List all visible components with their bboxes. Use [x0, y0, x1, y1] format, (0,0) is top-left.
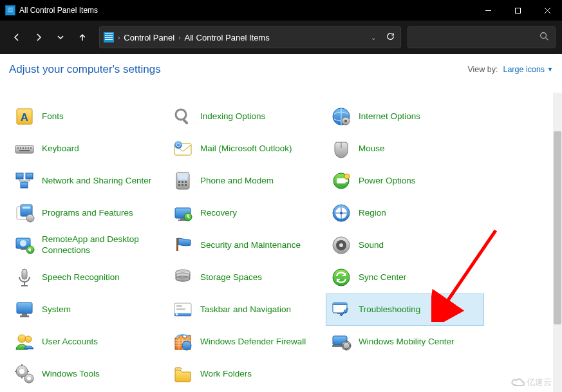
maximize-button[interactable]: [503, 0, 532, 21]
svg-line-5: [546, 38, 548, 41]
defender-icon: [172, 331, 194, 353]
cpl-item-sound[interactable]: Sound: [326, 229, 484, 261]
back-button[interactable]: [6, 27, 27, 48]
cpl-item-label: Internet Options: [359, 111, 420, 122]
view-by: View by: Large icons ▼: [467, 65, 553, 74]
content-area: Adjust your computer's settings View by:…: [0, 54, 562, 392]
svg-rect-26: [21, 182, 28, 188]
programs-icon: [14, 202, 35, 224]
svg-point-49: [340, 212, 342, 214]
breadcrumb-part2[interactable]: All Control Panel Items: [184, 33, 269, 42]
svg-point-8: [176, 109, 186, 120]
svg-rect-30: [182, 181, 183, 183]
up-button[interactable]: [72, 27, 93, 48]
cpl-item-keyboard[interactable]: Keyboard: [9, 133, 167, 165]
svg-rect-58: [22, 269, 27, 279]
mail-icon: [172, 138, 194, 160]
cpl-item-internet-options[interactable]: Internet Options: [326, 100, 484, 133]
svg-point-38: [344, 174, 350, 179]
system-icon: [14, 299, 35, 321]
address-dropdown-icon[interactable]: ⌄: [371, 34, 376, 41]
scrollbar-thumb[interactable]: [554, 131, 561, 324]
search-input[interactable]: [408, 33, 555, 42]
cpl-item-power-options[interactable]: Power Options: [326, 165, 484, 197]
view-by-label: View by:: [467, 65, 498, 74]
view-by-dropdown[interactable]: Large icons ▼: [503, 65, 553, 74]
mouse-icon: [330, 138, 352, 160]
taskbar-icon: [172, 299, 194, 321]
cpl-item-windows-tools[interactable]: Windows Tools: [9, 358, 167, 390]
fonts-icon: A: [14, 106, 35, 127]
workfolders-icon: [172, 363, 194, 385]
svg-text:A: A: [21, 111, 28, 124]
cpl-item-label: Sound: [359, 240, 384, 251]
refresh-button[interactable]: [386, 32, 395, 44]
sync-icon: [330, 266, 352, 288]
remoteapp-icon: [14, 234, 35, 256]
recovery-icon: [172, 202, 194, 224]
cpl-item-label: Mail (Microsoft Outlook): [200, 144, 292, 154]
cpl-item-mail-microsoft-outlook[interactable]: Mail (Microsoft Outlook): [167, 133, 326, 165]
cpl-item-network-and-sharing-center[interactable]: Network and Sharing Center: [9, 165, 167, 197]
search-icon[interactable]: [539, 32, 548, 43]
cpl-item-storage-spaces[interactable]: Storage Spaces: [167, 261, 326, 294]
wintools-icon: [14, 363, 35, 385]
cpl-item-fonts[interactable]: AFonts: [9, 100, 167, 133]
cpl-item-label: Storage Spaces: [200, 272, 262, 283]
cpl-item-windows-mobility-center[interactable]: Windows Mobility Center: [326, 326, 484, 358]
cpl-item-phone-and-modem[interactable]: Phone and Modem: [167, 165, 326, 197]
svg-rect-29: [178, 181, 180, 183]
svg-rect-65: [17, 303, 32, 313]
control-panel-addr-icon: [104, 32, 114, 42]
svg-rect-32: [178, 184, 180, 186]
svg-point-52: [20, 240, 26, 247]
watermark: 亿速云: [511, 377, 552, 388]
cpl-item-speech-recognition[interactable]: Speech Recognition: [9, 261, 167, 294]
cpl-item-user-accounts[interactable]: User Accounts: [9, 326, 167, 358]
cpl-item-mouse[interactable]: Mouse: [326, 133, 484, 165]
indexing-icon: [172, 106, 194, 127]
cpl-item-label: Network and Sharing Center: [42, 176, 151, 187]
items-grid: AFontsIndexing OptionsInternet OptionsKe…: [0, 97, 553, 392]
svg-rect-25: [26, 173, 33, 179]
cpl-item-label: RemoteApp and Desktop Connections: [42, 234, 163, 256]
cpl-item-windows-defender-firewall[interactable]: Windows Defender Firewall: [167, 326, 326, 358]
svg-rect-74: [333, 303, 347, 305]
svg-point-64: [333, 269, 350, 286]
security-icon: [172, 234, 194, 256]
view-by-value: Large icons: [503, 65, 545, 74]
cpl-item-label: Speech Recognition: [42, 272, 120, 283]
minimize-button[interactable]: [473, 0, 503, 21]
cpl-item-programs-and-features[interactable]: Programs and Features: [9, 197, 167, 229]
svg-point-22: [174, 141, 182, 149]
address-bar[interactable]: › Control Panel › All Control Panel Item…: [99, 26, 401, 48]
cpl-item-sync-center[interactable]: Sync Center: [326, 261, 484, 294]
svg-point-76: [18, 335, 26, 342]
cpl-item-system[interactable]: System: [9, 294, 167, 326]
cpl-item-troubleshooting[interactable]: Troubleshooting: [326, 294, 484, 326]
cpl-item-label: Region: [359, 208, 386, 219]
cpl-item-label: Phone and Modem: [200, 176, 274, 187]
svg-rect-31: [185, 181, 187, 183]
svg-rect-34: [185, 184, 187, 186]
keyboard-icon: [14, 138, 35, 160]
cpl-item-security-and-maintenance[interactable]: Security and Maintenance: [167, 229, 326, 261]
search-box[interactable]: [407, 26, 556, 48]
recent-locations-button[interactable]: [50, 27, 71, 48]
cpl-item-remoteapp-and-desktop-connections[interactable]: RemoteApp and Desktop Connections: [9, 229, 167, 261]
cpl-item-region[interactable]: Region: [326, 197, 484, 229]
title-bar: All Control Panel Items: [0, 0, 562, 21]
cpl-item-recovery[interactable]: Recovery: [167, 197, 326, 229]
forward-button[interactable]: [28, 27, 49, 48]
svg-rect-19: [30, 147, 32, 149]
cpl-item-work-folders[interactable]: Work Folders: [167, 358, 326, 390]
cpl-item-indexing-options[interactable]: Indexing Options: [167, 100, 326, 133]
svg-rect-71: [176, 305, 182, 307]
close-button[interactable]: [532, 0, 562, 21]
svg-rect-66: [22, 313, 27, 315]
cpl-item-taskbar-and-navigation[interactable]: Taskbar and Navigation: [167, 294, 326, 326]
vertical-scrollbar[interactable]: [553, 93, 562, 392]
cpl-item-label: Security and Maintenance: [200, 240, 301, 251]
svg-rect-1: [515, 8, 520, 13]
breadcrumb-part1[interactable]: Control Panel: [124, 33, 174, 42]
